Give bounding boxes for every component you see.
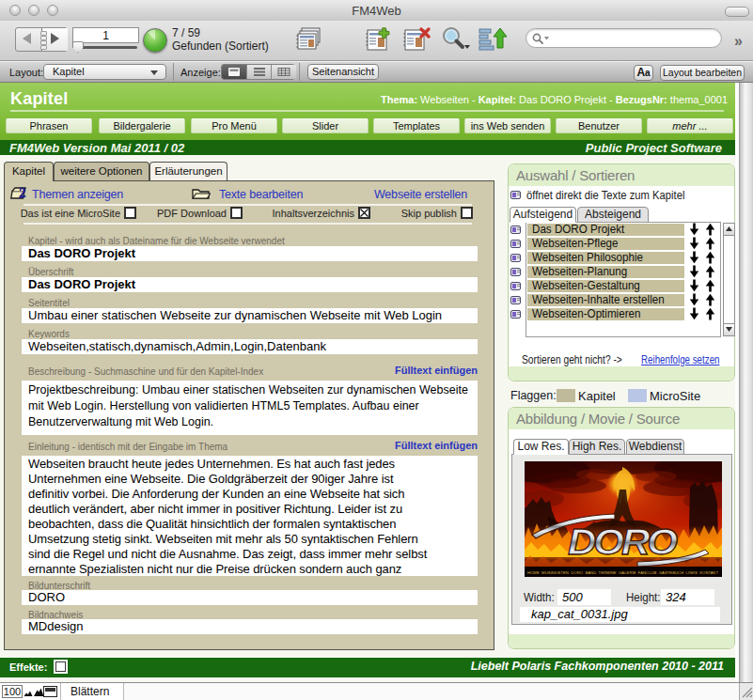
- svg-text:DORO: DORO: [568, 521, 678, 563]
- svg-text:HOME MUSIKKISTEN DORO BAND: HOME MUSIKKISTEN DORO BAND TERMINE GALER…: [527, 570, 719, 575]
